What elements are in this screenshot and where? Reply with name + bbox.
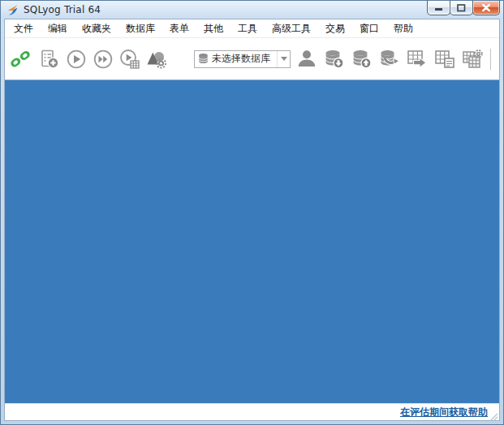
execute-query-icon	[66, 49, 87, 70]
menu-tools[interactable]: 工具	[230, 19, 265, 37]
import-database-icon	[324, 49, 345, 70]
menu-file[interactable]: 文件	[6, 19, 41, 37]
menu-bar: 文件 编辑 收藏夹 数据库 表单 其他 工具 高级工具 交易 窗口 帮助	[5, 19, 499, 38]
menu-favorites[interactable]: 收藏夹	[75, 19, 118, 37]
maximize-button[interactable]	[450, 1, 473, 15]
query-profiler-button[interactable]	[145, 48, 168, 71]
copy-database-icon	[379, 49, 400, 70]
window-controls	[428, 1, 500, 15]
minimize-button[interactable]	[427, 1, 450, 15]
connect-icon	[10, 49, 31, 70]
menu-powertools[interactable]: 高级工具	[265, 19, 318, 37]
export-table-data-button[interactable]	[406, 48, 429, 71]
explain-query-button[interactable]	[118, 48, 141, 71]
import-database-button[interactable]	[323, 48, 346, 71]
table-form-view-icon	[434, 49, 455, 70]
new-query-editor-icon	[39, 49, 60, 70]
menu-database[interactable]: 数据库	[118, 19, 162, 37]
status-bar: 在评估期间获取帮助	[5, 403, 499, 420]
chevron-down-icon	[281, 57, 287, 61]
execute-all-queries-button[interactable]	[92, 48, 114, 71]
minimize-icon	[435, 4, 443, 11]
menu-transaction[interactable]: 交易	[318, 19, 352, 37]
data-sync-button[interactable]	[461, 48, 484, 71]
database-icon	[197, 53, 209, 65]
database-selector[interactable]: 未选择数据库	[194, 50, 291, 68]
menu-others[interactable]: 其他	[196, 19, 230, 37]
maximize-icon	[457, 4, 466, 12]
new-query-editor-button[interactable]	[38, 48, 61, 71]
menu-help[interactable]: 帮助	[386, 19, 420, 37]
menu-edit[interactable]: 编辑	[41, 19, 75, 37]
close-button[interactable]	[472, 1, 500, 15]
connect-button[interactable]	[9, 48, 32, 71]
data-sync-icon	[462, 49, 483, 70]
app-logo-icon	[6, 4, 19, 16]
table-form-view-button[interactable]	[433, 48, 456, 71]
toolbar-separator	[490, 49, 491, 70]
user-manager-icon	[296, 49, 317, 70]
dropdown-button[interactable]	[277, 51, 290, 67]
user-manager-button[interactable]	[295, 48, 318, 71]
export-table-data-icon	[407, 49, 428, 70]
execute-query-button[interactable]	[65, 48, 88, 71]
export-database-button[interactable]	[351, 48, 373, 71]
execute-all-queries-icon	[93, 49, 114, 70]
client-area: 文件 编辑 收藏夹 数据库 表单 其他 工具 高级工具 交易 窗口 帮助	[4, 19, 500, 421]
query-profiler-icon	[146, 49, 167, 70]
main-toolbar: 未选择数据库	[5, 38, 499, 80]
menu-window[interactable]: 窗口	[352, 19, 386, 37]
database-selector-value: 未选择数据库	[212, 52, 277, 66]
resize-grip[interactable]	[489, 410, 498, 419]
export-database-icon	[351, 49, 373, 70]
close-icon	[482, 4, 490, 11]
evaluation-help-link[interactable]: 在评估期间获取帮助	[400, 406, 488, 419]
application-window: SQLyog Trial 64 文件 编辑 收藏夹 数据库 表单 其他 工具 高…	[0, 0, 504, 425]
workspace-empty-area	[5, 80, 499, 403]
copy-database-button[interactable]	[378, 48, 401, 71]
explain-query-icon	[119, 49, 140, 70]
window-title: SQLyog Trial 64	[24, 4, 101, 15]
menu-table[interactable]: 表单	[162, 19, 196, 37]
